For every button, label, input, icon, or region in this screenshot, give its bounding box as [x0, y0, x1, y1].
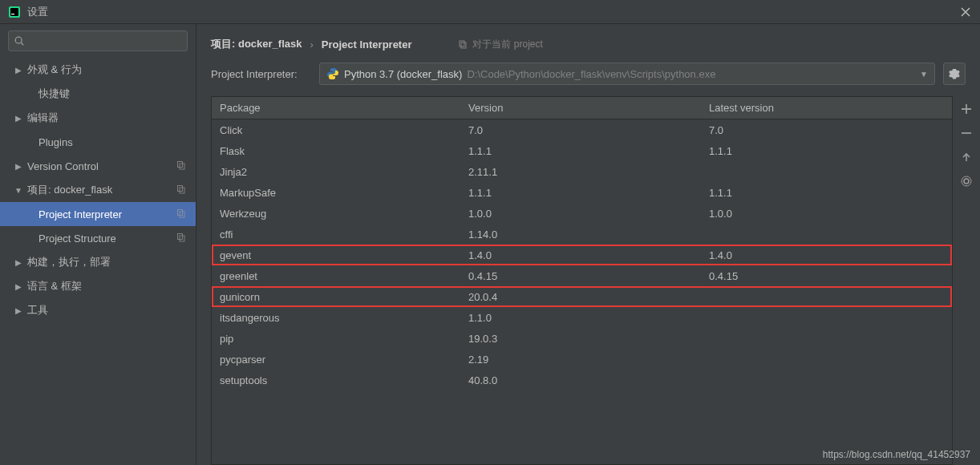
sidebar-item[interactable]: 编辑器 — [0, 106, 196, 130]
cell-version: 2.19 — [460, 354, 701, 366]
remove-package-button[interactable] — [958, 125, 974, 141]
copy-icon — [176, 160, 188, 172]
upgrade-package-button[interactable] — [958, 149, 974, 165]
settings-sidebar: 外观 & 行为快捷键编辑器PluginsVersion Control项目: d… — [0, 24, 196, 465]
table-row[interactable]: Flask1.1.11.1.1 — [212, 140, 952, 161]
breadcrumb-project: 项目: docker_flask — [211, 37, 302, 51]
python-icon — [326, 67, 339, 80]
cell-package: Jinja2 — [212, 166, 460, 178]
sidebar-item-label: 快捷键 — [38, 87, 70, 101]
breadcrumb-sep: › — [310, 38, 313, 51]
chevron-right-icon — [14, 114, 22, 123]
svg-point-3 — [15, 37, 22, 43]
show-early-releases-button[interactable] — [958, 173, 974, 189]
sidebar-item[interactable]: 项目: docker_flask — [0, 178, 196, 202]
cell-version: 0.4.15 — [460, 270, 701, 282]
close-button[interactable] — [959, 6, 972, 18]
svg-point-15 — [964, 179, 969, 184]
sidebar-item-label: Project Interpreter — [38, 208, 122, 220]
sidebar-item[interactable]: Project Structure — [0, 226, 196, 250]
sidebar-item[interactable]: 工具 — [0, 298, 196, 322]
search-input[interactable] — [8, 30, 188, 51]
svg-rect-13 — [460, 41, 464, 46]
settings-window: 设置 外观 & 行为快捷键编辑器PluginsVersion Control项目… — [0, 0, 980, 465]
breadcrumb-page: Project Interpreter — [322, 38, 412, 51]
cell-package: Flask — [212, 145, 460, 157]
interpreter-combobox[interactable]: Python 3.7 (docker_flask) D:\Code\Python… — [319, 63, 935, 85]
breadcrumb: 项目: docker_flask › Project Interpreter 对… — [196, 37, 980, 63]
sidebar-item-label: Project Structure — [38, 232, 116, 245]
copy-icon — [176, 184, 188, 196]
table-row[interactable]: MarkupSafe1.1.11.1.1 — [212, 182, 952, 203]
table-row[interactable]: pip19.0.3 — [212, 328, 952, 349]
table-row[interactable]: gunicorn20.0.4 — [212, 286, 952, 307]
sidebar-item-label: 语言 & 框架 — [27, 279, 82, 293]
table-row[interactable]: Click7.07.0 — [212, 119, 952, 140]
sidebar-item[interactable]: 构建，执行，部署 — [0, 250, 196, 274]
table-row[interactable]: Jinja22.11.1 — [212, 161, 952, 182]
copy-icon — [176, 232, 188, 244]
interpreter-path: D:\Code\Python\docker_flask\venv\Scripts… — [467, 68, 915, 80]
packages-area: Package Version Latest version Click7.07… — [196, 96, 980, 465]
table-row[interactable]: pycparser2.19 — [212, 349, 952, 370]
cell-version: 1.1.0 — [460, 312, 701, 324]
sidebar-item[interactable]: Plugins — [0, 130, 196, 154]
table-row[interactable]: cffi1.14.0 — [212, 224, 952, 245]
cell-version: 2.11.1 — [460, 166, 701, 178]
cell-version: 1.14.0 — [460, 228, 701, 241]
table-row[interactable]: itsdangerous1.1.0 — [212, 307, 952, 328]
interpreter-label: Project Interpreter: — [211, 68, 311, 80]
chevron-right-icon — [14, 66, 22, 75]
dialog-body: 外观 & 行为快捷键编辑器PluginsVersion Control项目: d… — [0, 24, 980, 465]
header-latest[interactable]: Latest version — [701, 102, 952, 114]
interpreter-name: Python 3.7 (docker_flask) — [344, 68, 462, 80]
sidebar-item-label: Plugins — [38, 136, 73, 148]
chevron-right-icon — [14, 282, 22, 291]
sidebar-item[interactable]: Project Interpreter — [0, 202, 196, 226]
add-package-button[interactable] — [958, 101, 974, 117]
cell-latest: 1.1.1 — [701, 187, 952, 199]
search-icon — [14, 35, 25, 46]
package-actions — [953, 96, 980, 465]
settings-tree: 外观 & 行为快捷键编辑器PluginsVersion Control项目: d… — [0, 56, 196, 465]
cell-version: 1.1.1 — [460, 145, 701, 157]
table-row[interactable]: greenlet0.4.150.4.15 — [212, 265, 952, 286]
sidebar-item[interactable]: 快捷键 — [0, 82, 196, 106]
chevron-right-icon — [14, 258, 22, 267]
cell-package: setuptools — [212, 374, 460, 386]
table-row[interactable]: setuptools40.8.0 — [212, 370, 952, 390]
cell-version: 7.0 — [460, 124, 701, 136]
copy-icon — [176, 208, 188, 220]
chevron-right-icon — [14, 162, 22, 171]
sidebar-item-label: 工具 — [27, 303, 48, 317]
svg-rect-1 — [10, 8, 18, 16]
cell-latest: 1.1.1 — [701, 145, 952, 157]
interpreter-settings-button[interactable] — [943, 63, 966, 85]
sidebar-item-label: 外观 & 行为 — [27, 63, 82, 77]
cell-package: Click — [212, 124, 460, 136]
cell-package: Werkzeug — [212, 208, 460, 220]
svg-point-16 — [962, 176, 971, 186]
cell-package: gevent — [212, 249, 460, 261]
sidebar-item[interactable]: 外观 & 行为 — [0, 58, 196, 82]
chevron-down-icon: ▼ — [920, 70, 928, 79]
header-version[interactable]: Version — [460, 102, 701, 114]
titlebar: 设置 — [0, 0, 980, 24]
cell-package: itsdangerous — [212, 312, 460, 324]
cell-version: 1.4.0 — [460, 249, 701, 261]
cell-latest: 1.0.0 — [701, 208, 952, 220]
gear-icon — [949, 68, 960, 79]
table-row[interactable]: Werkzeug1.0.01.0.0 — [212, 203, 952, 224]
cell-package: gunicorn — [212, 291, 460, 303]
table-header: Package Version Latest version — [212, 97, 952, 119]
cell-package: pycparser — [212, 354, 460, 366]
table-row[interactable]: gevent1.4.01.4.0 — [212, 245, 952, 265]
cell-version: 20.0.4 — [460, 291, 701, 303]
chevron-right-icon — [14, 306, 22, 315]
cell-package: cffi — [212, 228, 460, 241]
header-package[interactable]: Package — [212, 102, 460, 114]
sidebar-item[interactable]: Version Control — [0, 154, 196, 178]
sidebar-item-label: 编辑器 — [27, 111, 59, 125]
sidebar-item[interactable]: 语言 & 框架 — [0, 274, 196, 298]
cell-latest: 1.4.0 — [701, 249, 952, 261]
